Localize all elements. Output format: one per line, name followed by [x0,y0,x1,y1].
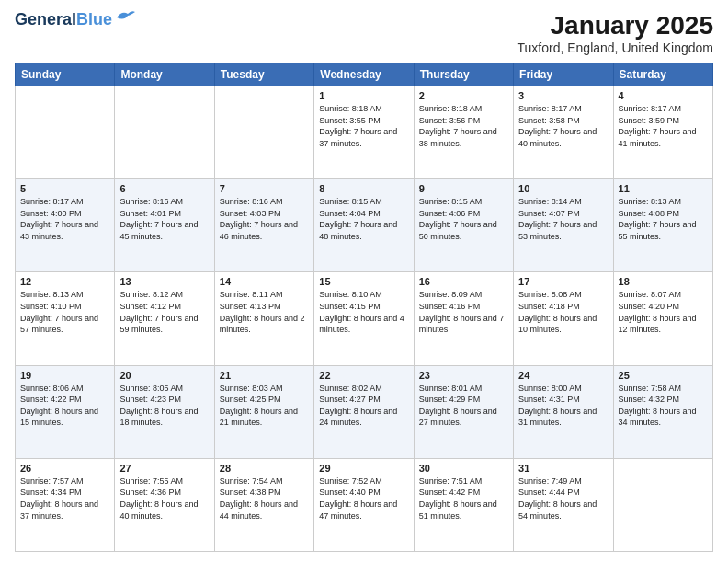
day-info: Sunrise: 8:13 AM Sunset: 4:08 PM Dayligh… [619,196,708,242]
title-block: January 2025 Tuxford, England, United Ki… [518,11,714,55]
day-info: Sunrise: 8:13 AM Sunset: 4:10 PM Dayligh… [20,289,109,335]
table-row: 8Sunrise: 8:15 AM Sunset: 4:04 PM Daylig… [314,179,414,272]
logo: GeneralBlue [15,11,135,29]
col-friday: Friday [514,63,613,86]
table-row: 10Sunrise: 8:14 AM Sunset: 4:07 PM Dayli… [514,179,613,272]
day-number: 4 [619,90,708,101]
table-row [613,458,712,551]
day-info: Sunrise: 7:52 AM Sunset: 4:40 PM Dayligh… [319,476,408,522]
day-info: Sunrise: 7:51 AM Sunset: 4:42 PM Dayligh… [419,476,508,522]
day-number: 1 [319,90,408,101]
table-row: 21Sunrise: 8:03 AM Sunset: 4:25 PM Dayli… [214,365,313,458]
table-row: 28Sunrise: 7:54 AM Sunset: 4:38 PM Dayli… [214,458,313,551]
table-row: 30Sunrise: 7:51 AM Sunset: 4:42 PM Dayli… [414,458,513,551]
day-info: Sunrise: 7:55 AM Sunset: 4:36 PM Dayligh… [119,476,209,522]
day-info: Sunrise: 8:08 AM Sunset: 4:18 PM Dayligh… [518,289,608,335]
table-row: 12Sunrise: 8:13 AM Sunset: 4:10 PM Dayli… [16,272,115,365]
col-wednesday: Wednesday [314,63,414,86]
day-number: 27 [119,463,209,474]
col-sunday: Sunday [16,63,115,86]
col-tuesday: Tuesday [214,63,313,86]
day-number: 20 [119,370,209,381]
day-number: 10 [518,183,608,194]
table-row: 11Sunrise: 8:13 AM Sunset: 4:08 PM Dayli… [613,179,712,272]
day-number: 19 [20,370,109,381]
table-row: 31Sunrise: 7:49 AM Sunset: 4:44 PM Dayli… [514,458,613,551]
day-number: 28 [220,463,309,474]
table-row: 25Sunrise: 7:58 AM Sunset: 4:32 PM Dayli… [613,365,712,458]
day-info: Sunrise: 8:17 AM Sunset: 4:00 PM Dayligh… [20,196,109,242]
calendar-table: Sunday Monday Tuesday Wednesday Thursday… [15,63,713,552]
table-row: 29Sunrise: 7:52 AM Sunset: 4:40 PM Dayli… [314,458,414,551]
day-info: Sunrise: 8:18 AM Sunset: 3:55 PM Dayligh… [319,103,408,149]
day-info: Sunrise: 8:15 AM Sunset: 4:06 PM Dayligh… [419,196,508,242]
day-number: 31 [518,463,608,474]
day-number: 3 [518,90,608,101]
page: GeneralBlue January 2025 Tuxford, Englan… [0,0,728,563]
day-info: Sunrise: 8:12 AM Sunset: 4:12 PM Dayligh… [119,289,209,335]
header: GeneralBlue January 2025 Tuxford, Englan… [15,11,713,55]
day-info: Sunrise: 8:05 AM Sunset: 4:23 PM Dayligh… [119,383,209,429]
table-row [214,86,313,179]
day-info: Sunrise: 8:02 AM Sunset: 4:27 PM Dayligh… [319,383,408,429]
main-title: January 2025 [518,11,714,40]
table-row: 5Sunrise: 8:17 AM Sunset: 4:00 PM Daylig… [16,179,115,272]
calendar-week-row: 26Sunrise: 7:57 AM Sunset: 4:34 PM Dayli… [16,458,713,551]
table-row: 20Sunrise: 8:05 AM Sunset: 4:23 PM Dayli… [115,365,214,458]
logo-bird-icon [115,8,135,25]
table-row: 15Sunrise: 8:10 AM Sunset: 4:15 PM Dayli… [314,272,414,365]
day-info: Sunrise: 7:57 AM Sunset: 4:34 PM Dayligh… [20,476,109,522]
table-row: 26Sunrise: 7:57 AM Sunset: 4:34 PM Dayli… [16,458,115,551]
day-info: Sunrise: 7:54 AM Sunset: 4:38 PM Dayligh… [220,476,309,522]
day-info: Sunrise: 8:17 AM Sunset: 3:59 PM Dayligh… [619,103,708,149]
day-info: Sunrise: 8:06 AM Sunset: 4:22 PM Dayligh… [20,383,109,429]
day-info: Sunrise: 8:00 AM Sunset: 4:31 PM Dayligh… [518,383,608,429]
day-info: Sunrise: 8:01 AM Sunset: 4:29 PM Dayligh… [419,383,508,429]
day-number: 9 [419,183,508,194]
day-info: Sunrise: 8:11 AM Sunset: 4:13 PM Dayligh… [220,289,309,335]
day-info: Sunrise: 8:14 AM Sunset: 4:07 PM Dayligh… [518,196,608,242]
day-number: 2 [419,90,508,101]
day-number: 15 [319,276,408,287]
day-number: 25 [619,370,708,381]
col-saturday: Saturday [613,63,712,86]
day-info: Sunrise: 8:16 AM Sunset: 4:01 PM Dayligh… [119,196,209,242]
calendar-header-row: Sunday Monday Tuesday Wednesday Thursday… [16,63,713,86]
table-row: 6Sunrise: 8:16 AM Sunset: 4:01 PM Daylig… [115,179,214,272]
table-row: 4Sunrise: 8:17 AM Sunset: 3:59 PM Daylig… [613,86,712,179]
table-row: 3Sunrise: 8:17 AM Sunset: 3:58 PM Daylig… [514,86,613,179]
table-row: 13Sunrise: 8:12 AM Sunset: 4:12 PM Dayli… [115,272,214,365]
day-number: 21 [220,370,309,381]
day-number: 24 [518,370,608,381]
table-row: 22Sunrise: 8:02 AM Sunset: 4:27 PM Dayli… [314,365,414,458]
day-number: 17 [518,276,608,287]
day-number: 16 [419,276,508,287]
col-thursday: Thursday [414,63,513,86]
day-info: Sunrise: 7:58 AM Sunset: 4:32 PM Dayligh… [619,383,708,429]
day-info: Sunrise: 8:16 AM Sunset: 4:03 PM Dayligh… [220,196,309,242]
table-row: 2Sunrise: 8:18 AM Sunset: 3:56 PM Daylig… [414,86,513,179]
day-number: 8 [319,183,408,194]
table-row: 16Sunrise: 8:09 AM Sunset: 4:16 PM Dayli… [414,272,513,365]
calendar-week-row: 1Sunrise: 8:18 AM Sunset: 3:55 PM Daylig… [16,86,713,179]
table-row: 27Sunrise: 7:55 AM Sunset: 4:36 PM Dayli… [115,458,214,551]
logo-text: GeneralBlue [15,11,112,29]
calendar-week-row: 19Sunrise: 8:06 AM Sunset: 4:22 PM Dayli… [16,365,713,458]
table-row: 14Sunrise: 8:11 AM Sunset: 4:13 PM Dayli… [214,272,313,365]
day-number: 11 [619,183,708,194]
day-number: 18 [619,276,708,287]
table-row: 18Sunrise: 8:07 AM Sunset: 4:20 PM Dayli… [613,272,712,365]
table-row: 1Sunrise: 8:18 AM Sunset: 3:55 PM Daylig… [314,86,414,179]
day-number: 22 [319,370,408,381]
table-row: 24Sunrise: 8:00 AM Sunset: 4:31 PM Dayli… [514,365,613,458]
day-info: Sunrise: 7:49 AM Sunset: 4:44 PM Dayligh… [518,476,608,522]
day-info: Sunrise: 8:10 AM Sunset: 4:15 PM Dayligh… [319,289,408,335]
day-number: 29 [319,463,408,474]
day-number: 6 [119,183,209,194]
table-row: 17Sunrise: 8:08 AM Sunset: 4:18 PM Dayli… [514,272,613,365]
day-info: Sunrise: 8:07 AM Sunset: 4:20 PM Dayligh… [619,289,708,335]
day-info: Sunrise: 8:09 AM Sunset: 4:16 PM Dayligh… [419,289,508,335]
day-number: 23 [419,370,508,381]
day-info: Sunrise: 8:17 AM Sunset: 3:58 PM Dayligh… [518,103,608,149]
col-monday: Monday [115,63,214,86]
